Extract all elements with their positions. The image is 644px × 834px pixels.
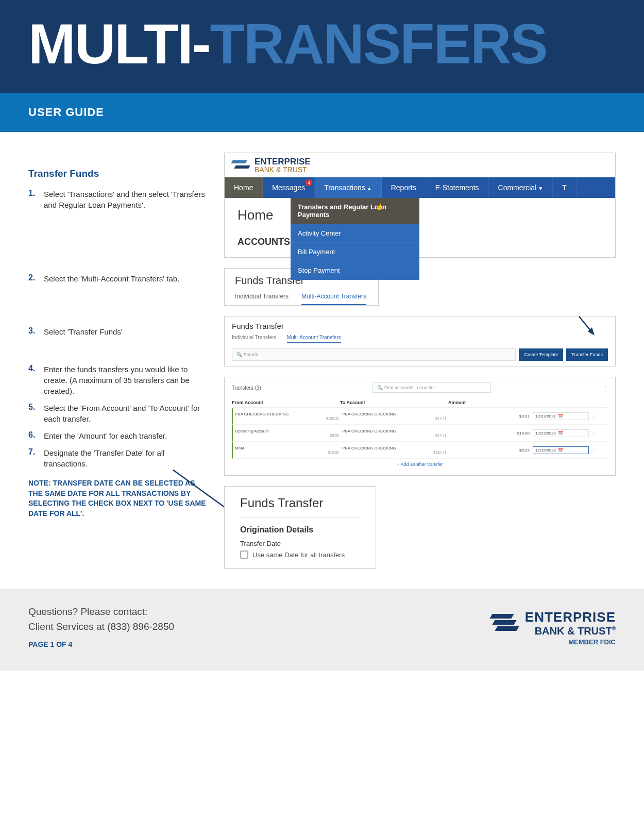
to-account-cell[interactable]: PBA CHECKING CHECKING $17.41 <box>342 412 446 420</box>
logo-row: ENTERPRISE BANK & TRUST <box>225 153 615 177</box>
table-row: MMA $13.85 PBA CHECKING CHECKING $182.31… <box>232 442 608 459</box>
nav-transactions-label: Transactions <box>324 184 365 192</box>
step-7: 7. Designate the 'Transfer Date' for all… <box>28 447 209 469</box>
tab-individual-transfers[interactable]: Individual Transfers <box>232 335 277 343</box>
screenshot-nav-dropdown: ENTERPRISE BANK & TRUST Home Messages 4 … <box>224 153 616 258</box>
date-input[interactable]: 12/23/2022 📅 <box>533 429 589 437</box>
from-account-name: MMA <box>235 446 339 451</box>
table-column-headers: From Account To Account Amount <box>232 398 608 408</box>
nav-reports[interactable]: Reports <box>382 177 426 198</box>
find-accounts-input[interactable]: 🔍 Find accounts in transfer <box>372 382 491 393</box>
amount-cell[interactable]: $0.01 <box>449 414 530 419</box>
nav-commercial[interactable]: Commercial▼ <box>489 177 553 198</box>
nav-transactions[interactable]: Transactions▲ <box>315 177 382 198</box>
transfer-date-label: Transfer Date <box>240 540 360 547</box>
tab-multi-account-transfers[interactable]: Multi-Account Transfers <box>301 293 366 305</box>
more-options-icon[interactable]: ⋮ <box>603 385 608 391</box>
nav-messages-label: Messages <box>272 184 305 192</box>
contact-line1: Questions? Please contact: <box>28 605 174 620</box>
nav-tail[interactable]: T <box>553 177 577 198</box>
transfer-funds-button[interactable]: Transfer Funds <box>566 348 608 361</box>
footer-logo-text: ENTERPRISE BANK & TRUST® <box>525 609 616 637</box>
step-1: 1. Select 'Transactions' and then select… <box>28 189 209 210</box>
step-text: Select the 'From Account' and 'To Accoun… <box>44 403 209 424</box>
chevron-up-icon: ▲ <box>367 186 372 191</box>
logo-enterprise: ENTERPRISE <box>525 609 616 625</box>
note-text: NOTE: TRANSFER DATE CAN BE SELECTED AS T… <box>28 478 209 519</box>
screenshot-transfer-table: Transfers (3) 🔍 Find accounts in transfe… <box>224 377 616 476</box>
transfer-tabs: Individual Transfers Multi-Account Trans… <box>235 293 368 305</box>
calendar-icon: 📅 <box>558 414 563 419</box>
amount-cell[interactable]: $0.25 <box>449 448 530 453</box>
use-same-date-label: Use same Date for all transfers <box>252 551 345 559</box>
from-account-cell[interactable]: PBA CHECKING CHECKING $182.31 <box>235 412 339 420</box>
nav-commercial-label: Commercial <box>498 184 537 192</box>
header-blue-banner: USER GUIDE <box>0 93 644 132</box>
footer-logo: ENTERPRISE BANK & TRUST® MEMBER FDIC <box>491 609 616 646</box>
nav-estatements[interactable]: E-Statements <box>426 177 489 198</box>
member-fdic: MEMBER FDIC <box>491 638 616 646</box>
content-area: Transfer Funds 1. Select 'Transactions' … <box>0 132 644 589</box>
tab-multi-account-transfers[interactable]: Multi-Account Transfers <box>287 335 341 343</box>
logo-icon <box>491 613 519 633</box>
origination-details-heading: Origination Details <box>240 525 360 535</box>
col-from-account: From Account <box>232 400 337 405</box>
table-row: PBA CHECKING CHECKING $182.31 PBA CHECKI… <box>232 408 608 425</box>
nav-messages[interactable]: Messages 4 <box>263 177 315 198</box>
search-placeholder: Find accounts in transfer <box>384 385 435 390</box>
step-text: Designate the 'Transfer Date' for all tr… <box>44 447 209 469</box>
create-template-button[interactable]: Create Template <box>519 348 563 361</box>
left-column: Transfer Funds 1. Select 'Transactions' … <box>28 153 209 569</box>
date-input[interactable]: 12/23/2021 📅 <box>533 412 589 420</box>
logo-icon <box>231 158 250 173</box>
step-text: Select 'Transactions' and then select 'T… <box>44 189 209 210</box>
from-account-cell[interactable]: MMA $13.85 <box>235 446 339 454</box>
funds-transfer-title: Funds Transfer <box>240 496 360 518</box>
to-account-cell[interactable]: PBA CHECKING CHECKING $182.31 <box>342 446 446 454</box>
to-account-balance: $17.41 <box>342 416 446 420</box>
cursor-icon: ☝ <box>376 203 383 210</box>
amount-cell[interactable]: $10.00 <box>449 431 530 436</box>
row-options-icon[interactable]: ⋮ <box>592 448 608 453</box>
search-icon: 🔍 <box>377 385 383 390</box>
row-options-icon[interactable]: ⋮ <box>592 414 608 419</box>
dropdown-item-stoppay[interactable]: Stop Payment <box>291 261 419 280</box>
step-number: 5. <box>28 403 38 424</box>
funds-transfer-title: Funds Transfer <box>232 322 608 330</box>
table-header-row: Transfers (3) 🔍 Find accounts in transfe… <box>232 382 608 393</box>
ss1-body: Home ACCOUNTS Transfers and Regular Loan… <box>225 198 615 257</box>
dropdown-item-transfers[interactable]: Transfers and Regular Loan Payments ☝ <box>291 198 419 224</box>
step-number: 7. <box>28 447 38 469</box>
add-another-transfer-link[interactable]: + Add another transfer <box>232 459 608 470</box>
tab-individual-transfers[interactable]: Individual Transfers <box>235 293 289 305</box>
step-text: Select 'Transfer Funds' <box>44 326 123 337</box>
search-button-row: 🔍 Search Create Template Transfer Funds <box>232 348 608 361</box>
section-title: Transfer Funds <box>28 168 209 179</box>
step-3: 3. Select 'Transfer Funds' <box>28 326 209 337</box>
screenshot-transfer-funds-button: Funds Transfer Individual Transfers Mult… <box>224 316 616 366</box>
date-input[interactable]: 12/15/2023 📅 <box>533 446 589 454</box>
dropdown-item-billpay[interactable]: Bill Payment <box>291 243 419 261</box>
step-6: 6. Enter the 'Amount' for each transfer. <box>28 430 209 441</box>
use-same-date-checkbox[interactable] <box>240 551 248 559</box>
chevron-down-icon: ▼ <box>538 186 543 191</box>
to-account-cell[interactable]: PBA CHECKING CHECKING $17.41 <box>342 429 446 437</box>
step-number: 2. <box>28 273 38 284</box>
step-2: 2. Select the 'Multi-Account Transfers' … <box>28 273 209 284</box>
footer: Questions? Please contact: Client Servic… <box>0 589 644 671</box>
row-options-icon[interactable]: ⋮ <box>592 431 608 436</box>
transfer-tabs: Individual Transfers Multi-Account Trans… <box>232 335 608 343</box>
dropdown-item-activity[interactable]: Activity Center <box>291 224 419 243</box>
from-account-cell[interactable]: Operating Account $0.00 <box>235 429 339 437</box>
search-placeholder: Search <box>244 352 259 357</box>
right-column: ENTERPRISE BANK & TRUST Home Messages 4 … <box>224 153 616 569</box>
nav-bar: Home Messages 4 Transactions▲ Reports E-… <box>225 177 615 198</box>
nav-home[interactable]: Home <box>225 177 263 198</box>
calendar-icon: 📅 <box>558 448 563 453</box>
step-4: 4. Enter the funds transfers you would l… <box>28 364 209 396</box>
to-account-name: PBA CHECKING CHECKING <box>342 429 446 433</box>
logo-bank-trust: BANK & TRUST <box>255 166 311 173</box>
arrow-to-transfer-button-icon <box>577 314 597 337</box>
dropdown-item-label: Transfers and Regular Loan Payments <box>298 203 386 219</box>
search-input[interactable]: 🔍 Search <box>232 348 516 361</box>
